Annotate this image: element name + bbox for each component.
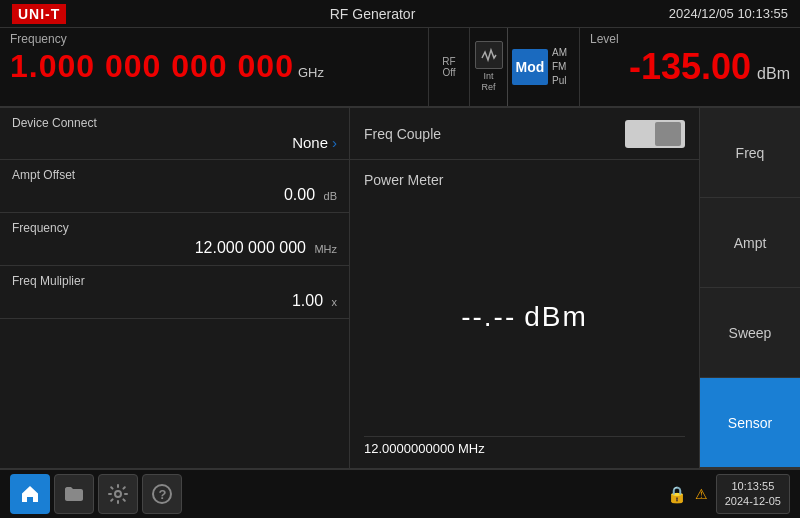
settings-button[interactable] <box>98 474 138 514</box>
int-ref-text: Int Ref <box>481 71 495 93</box>
rf-status-box: RF Off <box>428 28 470 106</box>
lock-icon: 🔒 <box>667 485 687 504</box>
freq-display-value: 1.000 000 000 000 <box>10 48 294 85</box>
header-title: RF Generator <box>76 6 668 22</box>
frequency-value: 12.000 000 000 MHz <box>12 239 337 257</box>
mod-button[interactable]: Mod <box>512 49 548 85</box>
middle-panel: Freq Couple Power Meter --.-- dBm 12.000… <box>350 108 700 468</box>
device-connect-value: None › <box>12 134 337 151</box>
sweep-button[interactable]: Sweep <box>700 288 800 378</box>
waveform-icon <box>480 46 498 64</box>
freq-couple-toggle[interactable] <box>625 120 685 148</box>
freq-display-unit: GHz <box>298 65 324 80</box>
toolbar: ? 🔒 ⚠ 10:13:55 2024-12-05 <box>0 468 800 518</box>
device-connect-label: Device Connect <box>12 116 337 130</box>
freq-couple-row: Freq Couple <box>350 108 699 160</box>
freq-display: Frequency 1.000 000 000 000 GHz <box>0 28 428 106</box>
rf-label: RF <box>442 56 455 67</box>
mod-fm: FM <box>552 60 567 74</box>
logo: UNI-T <box>12 4 66 24</box>
level-label: Level <box>590 32 790 46</box>
content-grid: Device Connect None › Ampt Offset 0.00 d… <box>0 108 800 468</box>
toolbar-status: 🔒 ⚠ 10:13:55 2024-12-05 <box>667 474 790 515</box>
chevron-right-icon: › <box>332 134 337 151</box>
frequency-unit: MHz <box>314 243 337 255</box>
ampt-offset-unit: dB <box>324 190 337 202</box>
freq-multiplier-label: Freq Muliplier <box>12 274 337 288</box>
folder-icon <box>63 483 85 505</box>
freq-multiplier-row[interactable]: Freq Muliplier 1.00 x <box>0 266 349 319</box>
right-panel: Freq Ampt Sweep Sensor <box>700 108 800 468</box>
level-display: Level -135.00 dBm <box>580 28 800 106</box>
freq-couple-label: Freq Couple <box>364 126 625 142</box>
folder-button[interactable] <box>54 474 94 514</box>
level-value: -135.00 <box>629 46 751 88</box>
mod-pul: Pul <box>552 74 567 88</box>
help-button[interactable]: ? <box>142 474 182 514</box>
toolbar-time: 10:13:55 <box>725 479 781 494</box>
home-icon <box>19 483 41 505</box>
mod-section: Int Ref Mod AM FM Pul <box>470 28 580 106</box>
int-ref-icon <box>475 41 503 69</box>
power-meter-value: --.-- dBm <box>364 198 685 436</box>
power-meter-label: Power Meter <box>364 172 685 188</box>
mod-am: AM <box>552 46 567 60</box>
left-panel: Device Connect None › Ampt Offset 0.00 d… <box>0 108 350 468</box>
ampt-offset-row[interactable]: Ampt Offset 0.00 dB <box>0 160 349 213</box>
display-bar: Frequency 1.000 000 000 000 GHz RF Off I… <box>0 28 800 108</box>
rf-off-label: Off <box>442 67 455 78</box>
level-unit: dBm <box>757 65 790 83</box>
svg-text:?: ? <box>159 487 167 502</box>
power-meter-section: Power Meter --.-- dBm 12.0000000000 MHz <box>350 160 699 468</box>
toolbar-clock: 10:13:55 2024-12-05 <box>716 474 790 515</box>
freq-display-label: Frequency <box>10 32 418 46</box>
home-button[interactable] <box>10 474 50 514</box>
toolbar-date: 2024-12-05 <box>725 494 781 509</box>
freq-multiplier-value: 1.00 x <box>12 292 337 310</box>
int-ref-box[interactable]: Int Ref <box>470 28 508 106</box>
freq-button[interactable]: Freq <box>700 108 800 198</box>
power-meter-freq: 12.0000000000 MHz <box>364 436 685 456</box>
device-connect-row[interactable]: Device Connect None › <box>0 108 349 160</box>
warning-icon: ⚠ <box>695 486 708 502</box>
header-datetime: 2024/12/05 10:13:55 <box>669 6 788 21</box>
mod-options: AM FM Pul <box>552 46 567 88</box>
freq-multiplier-unit: x <box>332 296 338 308</box>
svg-point-0 <box>115 491 121 497</box>
header: UNI-T RF Generator 2024/12/05 10:13:55 <box>0 0 800 28</box>
ampt-offset-label: Ampt Offset <box>12 168 337 182</box>
ampt-button[interactable]: Ampt <box>700 198 800 288</box>
ampt-offset-value: 0.00 dB <box>12 186 337 204</box>
sensor-button[interactable]: Sensor <box>700 378 800 468</box>
frequency-label: Frequency <box>12 221 337 235</box>
gear-icon <box>107 483 129 505</box>
help-icon: ? <box>151 483 173 505</box>
frequency-row[interactable]: Frequency 12.000 000 000 MHz <box>0 213 349 266</box>
